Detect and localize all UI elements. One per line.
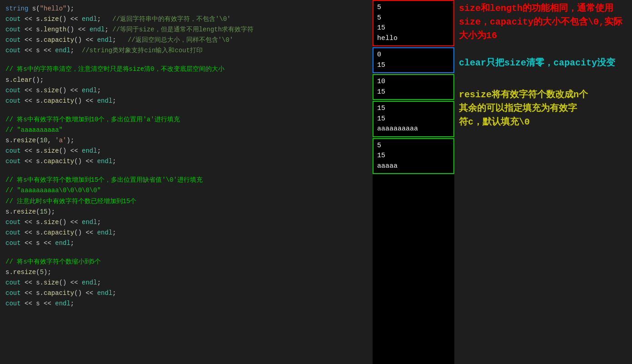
output-block-clear: 0 15: [373, 47, 454, 73]
output-empty: [373, 175, 454, 364]
code-resize5-call: s.resize(5);: [5, 267, 373, 278]
output-line: 15: [377, 104, 450, 114]
code-resize15-comment1: // 将s中有效字符个数增加到15个，多出位置用缺省值'\0'进行填充: [5, 175, 373, 185]
code-resize15-capacity: cout << s.capacity() << endl;: [5, 228, 373, 238]
code-resize5-cout: cout << s << endl;: [5, 299, 373, 309]
annotation-yellow: resize将有效字符个数改成n个 其余的可以指定填充为有效字 符c，默认填充\…: [459, 88, 627, 129]
code-clear-size: cout << s.size() << endl;: [5, 85, 373, 96]
code-size: cout << s.size() << endl; //返回字符串中的有效字符，…: [5, 14, 373, 25]
output-line: 5: [377, 141, 450, 151]
annotation-panel: size和length的功能相同，通常使用 size，capacity的大小不包…: [454, 0, 632, 364]
output-line: 5: [377, 3, 450, 13]
code-resize10-call: s.resize(10, 'a');: [5, 135, 373, 146]
code-clear-call: s.clear();: [5, 75, 373, 85]
output-line: 5: [377, 13, 450, 24]
output-line: 0: [377, 50, 450, 60]
output-section: 5 5 15 hello 0 15 10 15 15 15 aaaaaaaaaa…: [373, 0, 454, 364]
output-block-resize15: 15 15 aaaaaaaaaa: [373, 101, 454, 137]
code-resize15-cout: cout << s << endl;: [5, 238, 373, 249]
output-line: 15: [377, 87, 450, 98]
output-line: aaaaa: [377, 161, 450, 172]
code-string-init: string s("hello");: [5, 4, 373, 14]
code-resize15-comment2: // "aaaaaaaaaa\0\0\0\0\0": [5, 185, 373, 196]
output-line: hello: [377, 34, 450, 44]
output-line: 15: [377, 60, 450, 71]
output-block-resize10: 10 15: [373, 74, 454, 100]
code-resize5-size: cout << s.size() << endl;: [5, 278, 373, 288]
code-capacity: cout << s.capacity() << endl; //返回空间总大小，…: [5, 35, 373, 45]
code-resize15-comment3: // 注意此时s中有效字符个数已经增加到15个: [5, 196, 373, 207]
code-resize10-comment1: // 将s中有效字符个数增加到10个，多出位置用'a'进行填充: [5, 115, 373, 125]
output-line: aaaaaaaaaa: [377, 124, 450, 135]
code-resize10-comment2: // "aaaaaaaaaa": [5, 125, 373, 135]
code-clear-capacity: cout << s.capacity() << endl;: [5, 96, 373, 106]
output-block-initial: 5 5 15 hello: [373, 0, 454, 46]
code-length: cout << s.length() << endl; //等同于size，但是…: [5, 25, 373, 35]
code-resize5-comment1: // 将s中有效字符个数缩小到5个: [5, 257, 373, 267]
code-resize15-call: s.resize(15);: [5, 207, 373, 217]
output-line: 10: [377, 77, 450, 87]
code-resize10-capacity: cout << s.capacity() << endl;: [5, 156, 373, 167]
code-clear-comment1: // 将s中的字符串清空，注意清空时只是将size清0，不改变底层空间的大小: [5, 64, 373, 75]
annotation-cyan: clear只把size清零，capacity没变: [459, 56, 627, 70]
code-resize5-capacity: cout << s.capacity() << endl;: [5, 288, 373, 299]
code-cout: cout << s << endl; //string类对象支持cin输入和co…: [5, 45, 373, 56]
output-block-resize5: 5 15 aaaaa: [373, 138, 454, 175]
annotation-red: size和length的功能相同，通常使用 size，capacity的大小不包…: [459, 2, 627, 43]
right-panel: 5 5 15 hello 0 15 10 15 15 15 aaaaaaaaaa…: [373, 0, 632, 364]
output-line: 15: [377, 114, 450, 125]
output-line: 15: [377, 23, 450, 34]
code-resize15-size: cout << s.size() << endl;: [5, 217, 373, 228]
left-panel: string s("hello"); cout << s.size() << e…: [0, 0, 373, 364]
code-resize10-size: cout << s.size() << endl;: [5, 146, 373, 156]
output-line: 15: [377, 151, 450, 161]
